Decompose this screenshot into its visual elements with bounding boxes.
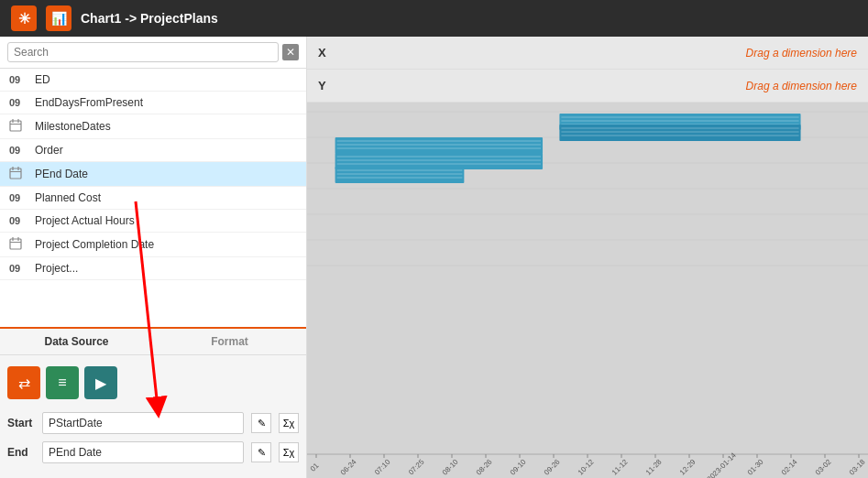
end-input[interactable] bbox=[42, 441, 244, 463]
datasource-panel: ⇄ ≡ ▶ Start ✎ Σχ End ✎ Σχ bbox=[0, 354, 306, 478]
start-field-row: Start ✎ Σχ bbox=[7, 412, 299, 434]
filter-icon-button[interactable]: ▶ bbox=[84, 366, 117, 399]
field-name-label: Project Completion Date bbox=[35, 238, 154, 251]
end-sigma-button[interactable]: Σχ bbox=[279, 442, 299, 462]
x-drop-target[interactable]: Drag a dimension here bbox=[336, 47, 857, 60]
bottom-tabs: Data Source Format bbox=[0, 327, 306, 354]
number-icon: 09 bbox=[9, 192, 27, 203]
search-input[interactable] bbox=[7, 42, 279, 62]
field-name-label: Project Actual Hours bbox=[35, 214, 135, 227]
x-label: X bbox=[318, 46, 336, 60]
end-label: End bbox=[7, 446, 35, 459]
field-name-label: MilestoneDates bbox=[35, 120, 111, 133]
svg-rect-0 bbox=[10, 121, 21, 131]
number-icon: 09 bbox=[9, 263, 27, 274]
field-item[interactable]: 09Project Actual Hours bbox=[0, 210, 306, 233]
number-icon: 09 bbox=[9, 97, 27, 108]
field-list: 09ED09EndDaysFromPresentMilestoneDates09… bbox=[0, 69, 306, 327]
svg-rect-28 bbox=[335, 137, 543, 154]
right-panel: X Drag a dimension here Y Drag a dimensi… bbox=[307, 37, 868, 478]
y-label: Y bbox=[318, 79, 336, 92]
end-edit-button[interactable]: ✎ bbox=[251, 442, 271, 462]
number-icon: 09 bbox=[9, 145, 27, 156]
gantt-container: 0106-2407:1007:2508-1008-2609-1009-2610-… bbox=[307, 103, 868, 478]
field-name-label: ED bbox=[35, 73, 50, 86]
datasource-icon-row: ⇄ ≡ ▶ bbox=[7, 363, 299, 403]
end-field-row: End ✎ Σχ bbox=[7, 441, 299, 463]
number-icon: 09 bbox=[9, 215, 27, 226]
calendar-icon bbox=[9, 167, 27, 181]
field-item[interactable]: 09Planned Cost bbox=[0, 187, 306, 210]
field-name-label: Project... bbox=[35, 262, 78, 275]
field-name-label: PEnd Date bbox=[35, 168, 88, 180]
start-sigma-button[interactable]: Σχ bbox=[279, 413, 299, 433]
sort-icon-button[interactable]: ≡ bbox=[46, 366, 79, 399]
start-edit-button[interactable]: ✎ bbox=[251, 413, 271, 433]
field-item[interactable]: 09Project... bbox=[0, 257, 306, 280]
page-title: Chart1 -> ProjectPlans bbox=[81, 11, 218, 26]
x-axis-row: X Drag a dimension here bbox=[307, 37, 868, 70]
search-close-button[interactable]: ✕ bbox=[282, 44, 299, 60]
main-layout: ✕ 09ED09EndDaysFromPresentMilestoneDates… bbox=[0, 37, 868, 478]
field-item[interactable]: 09Order bbox=[0, 139, 306, 162]
tab-datasource[interactable]: Data Source bbox=[0, 329, 153, 354]
search-bar: ✕ bbox=[0, 37, 306, 69]
start-input[interactable] bbox=[42, 412, 244, 434]
tab-format[interactable]: Format bbox=[153, 329, 306, 354]
svg-rect-4 bbox=[10, 168, 21, 179]
field-name-label: Planned Cost bbox=[35, 191, 101, 204]
field-item[interactable]: PEnd Date bbox=[0, 162, 306, 187]
chart-area: 0106-2407:1007:2508-1008-2609-1009-2610-… bbox=[307, 103, 868, 478]
chart-icon: 📊 bbox=[46, 5, 71, 31]
svg-rect-8 bbox=[10, 239, 21, 249]
app-logo: ✳ bbox=[11, 5, 37, 31]
swap-icon-button[interactable]: ⇄ bbox=[7, 366, 40, 399]
header: ✳ 📊 Chart1 -> ProjectPlans bbox=[0, 0, 868, 37]
y-axis-row: Y Drag a dimension here bbox=[307, 70, 868, 103]
field-item[interactable]: Project Completion Date bbox=[0, 233, 306, 257]
field-name-label: Order bbox=[35, 144, 63, 157]
calendar-icon bbox=[9, 119, 27, 134]
field-item[interactable]: 09ED bbox=[0, 69, 306, 92]
start-label: Start bbox=[7, 417, 35, 429]
svg-rect-36 bbox=[335, 167, 465, 183]
field-item[interactable]: 09EndDaysFromPresent bbox=[0, 92, 306, 114]
left-panel: ✕ 09ED09EndDaysFromPresentMilestoneDates… bbox=[0, 37, 307, 478]
svg-rect-24 bbox=[559, 125, 800, 141]
number-icon: 09 bbox=[9, 74, 27, 85]
calendar-icon bbox=[9, 237, 27, 252]
y-drop-target[interactable]: Drag a dimension here bbox=[336, 80, 857, 92]
gantt-chart: 0106-2407:1007:2508-1008-2609-1009-2610-… bbox=[307, 103, 868, 478]
field-item[interactable]: MilestoneDates bbox=[0, 114, 306, 139]
field-name-label: EndDaysFromPresent bbox=[35, 96, 143, 109]
